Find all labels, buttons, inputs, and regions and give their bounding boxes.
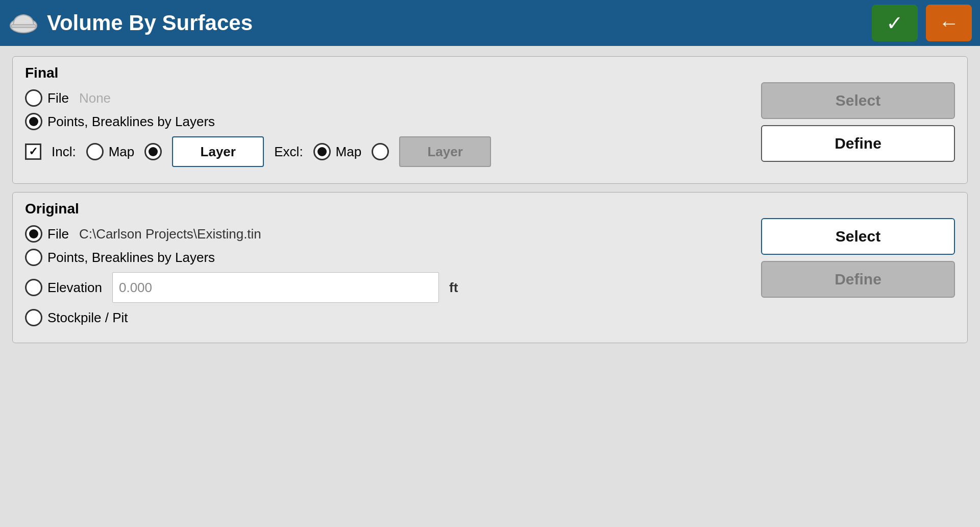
original-stockpile-label: Stockpile / Pit xyxy=(47,310,128,326)
final-file-value: None xyxy=(79,90,111,106)
final-incl-map-label: Map xyxy=(109,144,135,160)
page-title: Volume By Surfaces xyxy=(47,11,864,35)
original-points-label: Points, Breaklines by Layers xyxy=(47,250,215,266)
svg-rect-1 xyxy=(11,25,36,28)
final-points-radio[interactable]: Points, Breaklines by Layers xyxy=(25,113,215,130)
final-excl-map-radio-dot xyxy=(317,147,327,156)
original-points-radio[interactable]: Points, Breaklines by Layers xyxy=(25,249,215,266)
final-excl-map-label: Map xyxy=(336,144,362,160)
app-icon xyxy=(8,8,39,38)
original-file-radio-dot xyxy=(29,229,38,238)
original-points-radio-button[interactable] xyxy=(25,249,42,266)
main-content: Final File None Points, Breaklines by La… xyxy=(0,46,980,353)
final-define-button[interactable]: Define xyxy=(761,125,955,162)
final-excl-layer-radio[interactable] xyxy=(372,143,389,160)
final-file-radio[interactable]: File xyxy=(25,89,69,107)
original-section-title: Original xyxy=(25,201,743,217)
original-elevation-unit: ft xyxy=(449,280,458,296)
original-file-value: C:\Carlson Projects\Existing.tin xyxy=(79,226,261,242)
original-file-radio-button[interactable] xyxy=(25,225,42,243)
original-file-label: File xyxy=(47,226,69,242)
final-file-label: File xyxy=(47,90,69,106)
original-elevation-label: Elevation xyxy=(47,280,102,296)
original-elevation-input[interactable] xyxy=(112,272,439,303)
final-incl-layer-button[interactable]: Layer xyxy=(172,136,264,167)
original-right-buttons: Select Define xyxy=(761,218,955,298)
final-incl-layer-radio-button[interactable] xyxy=(144,143,162,160)
original-points-row: Points, Breaklines by Layers xyxy=(25,249,743,266)
final-incl-map-radio-button[interactable] xyxy=(86,143,104,160)
final-excl-layer-radio-button[interactable] xyxy=(372,143,389,160)
final-select-button[interactable]: Select xyxy=(761,82,955,119)
original-section: Original File C:\Carlson Projects\Existi… xyxy=(12,192,968,343)
final-points-radio-dot xyxy=(29,117,38,126)
final-incl-layer-radio[interactable] xyxy=(144,143,162,160)
final-excl-map-radio[interactable]: Map xyxy=(313,143,362,160)
final-points-label: Points, Breaklines by Layers xyxy=(47,114,215,130)
final-file-row: File None xyxy=(25,89,743,107)
original-define-button[interactable]: Define xyxy=(761,261,955,298)
final-excl-map-radio-button[interactable] xyxy=(313,143,331,160)
final-incl-label: Incl: xyxy=(52,144,76,160)
ok-button[interactable]: ✓ xyxy=(872,5,918,41)
original-elevation-row: Elevation ft xyxy=(25,272,743,303)
final-points-radio-button[interactable] xyxy=(25,113,42,130)
final-incl-checkbox-box[interactable]: ✓ xyxy=(25,143,41,160)
final-incl-map-radio[interactable]: Map xyxy=(86,143,135,160)
final-section: Final File None Points, Breaklines by La… xyxy=(12,56,968,184)
final-section-title: Final xyxy=(25,65,743,81)
final-incl-checkbox[interactable]: ✓ xyxy=(25,143,41,160)
original-elevation-radio-button[interactable] xyxy=(25,279,42,296)
original-file-row: File C:\Carlson Projects\Existing.tin xyxy=(25,225,743,243)
final-points-row: Points, Breaklines by Layers xyxy=(25,113,743,130)
back-button[interactable]: ← xyxy=(926,5,972,41)
final-file-radio-button[interactable] xyxy=(25,89,42,107)
final-excl-layer-button[interactable]: Layer xyxy=(399,136,491,167)
original-file-radio[interactable]: File xyxy=(25,225,69,243)
final-incl-layer-radio-dot xyxy=(149,147,158,156)
original-stockpile-row: Stockpile / Pit xyxy=(25,309,743,326)
final-right-buttons: Select Define xyxy=(761,82,955,162)
original-stockpile-radio-button[interactable] xyxy=(25,309,42,326)
header: Volume By Surfaces ✓ ← xyxy=(0,0,980,46)
original-stockpile-radio[interactable]: Stockpile / Pit xyxy=(25,309,128,326)
original-select-button[interactable]: Select xyxy=(761,218,955,255)
original-elevation-radio[interactable]: Elevation xyxy=(25,279,102,296)
final-excl-label: Excl: xyxy=(274,144,303,160)
final-incl-excl-row: ✓ Incl: Map Layer Excl: xyxy=(25,136,743,167)
